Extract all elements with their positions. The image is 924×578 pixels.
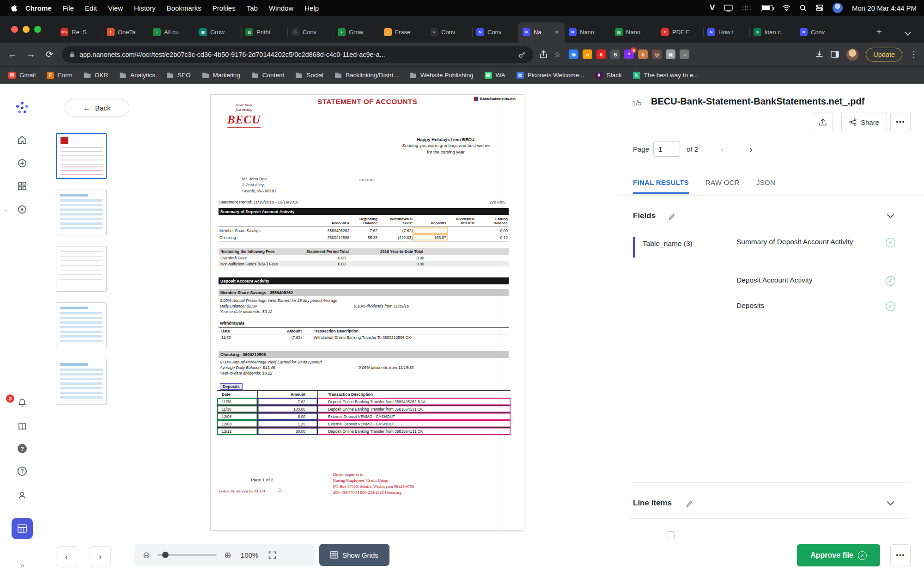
browser-tab[interactable]: + Grow × (334, 22, 380, 43)
bookmark-star-icon[interactable]: ☆ (554, 50, 560, 59)
deposit-amount[interactable]: 1.25 (258, 420, 318, 427)
deposit-amount[interactable]: 8.00 (258, 413, 318, 420)
password-key-icon[interactable] (518, 51, 526, 58)
menubar-item[interactable]: Edit (79, 4, 103, 12)
bookmark-item[interactable]: Analytics (119, 72, 155, 79)
verified-check-icon[interactable]: ✓ (886, 301, 895, 311)
user-avatar[interactable] (833, 3, 843, 13)
page-thumbnail[interactable] (56, 302, 107, 348)
page-thumbnail[interactable] (56, 359, 107, 405)
help-filled-icon[interactable]: ? (0, 444, 44, 453)
zoom-in-icon[interactable]: ⊕ (224, 550, 231, 560)
next-page-button[interactable]: › (90, 546, 111, 567)
page-next-icon[interactable]: › (749, 144, 753, 154)
extension-icon[interactable]: S (610, 49, 620, 59)
browser-tab[interactable]: N Conv × (796, 22, 842, 43)
deposit-date[interactable]: 12/12 (217, 428, 258, 435)
screen-mirroring-icon[interactable] (724, 5, 733, 12)
browser-tab[interactable]: 30+ Re: S × (56, 22, 103, 43)
tab-search-chevron-icon[interactable] (905, 29, 911, 36)
tab-close-icon[interactable]: × (553, 29, 560, 36)
extension-icon[interactable]: K (596, 49, 606, 59)
deposits-cell-highlighted[interactable]: 166.87 (413, 234, 448, 240)
menubar-item[interactable]: File (57, 4, 79, 12)
bookmark-item[interactable]: Website Publishing (409, 72, 474, 79)
back-button[interactable]: ← Back (65, 99, 129, 117)
deposit-amount[interactable]: 50.00 (258, 428, 318, 435)
page-thumbnail[interactable] (56, 190, 107, 235)
page-thumbnail[interactable] (56, 133, 107, 179)
profile-avatar[interactable] (846, 49, 858, 61)
results-tab[interactable]: JSON (756, 178, 775, 194)
file-more-options-button[interactable]: ••• (890, 112, 911, 132)
edit-line-items-pencil-icon[interactable] (686, 500, 693, 510)
page-number-input[interactable] (653, 141, 680, 157)
browser-tab[interactable]: $ loan c × (749, 22, 796, 43)
help-outline-icon[interactable]: ? (0, 467, 44, 476)
menubar-app-name[interactable]: Chrome (20, 4, 57, 12)
prev-page-button[interactable]: ‹ (56, 546, 77, 567)
bookmark-item[interactable]: M Gmail (8, 72, 36, 79)
deposit-row-annotated[interactable]: 12/08 1.25 External Deposit VENMO - CASH… (217, 420, 511, 428)
bookmark-item[interactable]: Backlinking/Distri... (334, 72, 398, 79)
bookmark-item[interactable]: k The best way to e... (633, 72, 699, 79)
browser-tab[interactable]: ▤ Nano × (611, 22, 657, 43)
fields-collapse-chevron-icon[interactable] (887, 211, 894, 219)
home-icon[interactable] (0, 135, 44, 145)
menubar-clock[interactable]: Mon 20 Mar 4:44 PM (852, 4, 917, 12)
extension-icon[interactable]: ◎ (652, 49, 662, 59)
extension-icon[interactable]: ▣ (666, 49, 675, 59)
menubar-item[interactable]: Window (263, 4, 299, 12)
new-upload-icon[interactable] (0, 158, 44, 168)
new-tab-button[interactable]: + (873, 26, 885, 38)
menubar-item[interactable]: Bookmarks (161, 4, 207, 12)
collapse-rail-icon[interactable]: » (0, 561, 44, 570)
menubar-item[interactable]: View (103, 4, 128, 12)
menubar-item[interactable]: Profiles (207, 4, 241, 12)
account-person-icon[interactable] (0, 490, 44, 500)
apple-menu-icon[interactable] (7, 4, 20, 12)
deposit-date[interactable]: 11/30 (217, 406, 258, 412)
address-bar[interactable]: app.nanonets.com/#/ocr/test/e2b07c3c-cd3… (62, 46, 533, 63)
edit-fields-pencil-icon[interactable] (668, 213, 675, 222)
stage-manager-icon[interactable]: ∷∷ (742, 5, 752, 12)
minimize-window-button[interactable] (23, 26, 30, 33)
field-group-name[interactable]: Table_name (3) (643, 240, 693, 248)
control-center-icon[interactable] (816, 5, 823, 11)
deposit-date[interactable]: 12/08 (217, 413, 258, 420)
results-tab[interactable]: RAW OCR (705, 178, 740, 194)
bookmark-item[interactable]: OKR (84, 72, 108, 79)
bookmark-item[interactable]: # Slack (596, 72, 622, 79)
docs-book-icon[interactable] (0, 421, 44, 431)
browser-tab[interactable]: P PDF E × (657, 22, 703, 43)
bookmark-item[interactable]: ▦ Piconets Welcome... (517, 72, 584, 79)
extension-icon[interactable]: * 6 (624, 49, 634, 59)
explore-compass-icon[interactable] (0, 204, 44, 215)
zoom-slider[interactable] (158, 554, 217, 556)
field-value-row[interactable]: Summary of Deposit Account Activity ✓ (736, 237, 895, 247)
deposit-row-annotated[interactable]: 11/30 100.00 Deposit Online Banking Tran… (217, 406, 511, 413)
browser-tab[interactable]: ○ Conv × (287, 22, 334, 43)
active-table-view-button[interactable] (12, 518, 33, 539)
battery-icon[interactable] (761, 5, 773, 11)
bookmark-item[interactable]: ☎ WA (485, 72, 505, 79)
page-prev-icon[interactable]: ‹ (721, 144, 724, 154)
browser-tab[interactable]: N Conv × (472, 22, 518, 43)
browser-tab[interactable]: N Nano × (565, 22, 611, 43)
side-panel-icon[interactable] (831, 51, 839, 58)
padlock-icon[interactable] (69, 51, 75, 58)
deposit-row-annotated[interactable]: 12/08 8.00 External Deposit VENMO - CASH… (217, 413, 511, 420)
menubar-item[interactable]: History (128, 4, 161, 12)
approve-more-options-button[interactable]: ••• (890, 544, 911, 566)
extension-icon[interactable]: ◉ (569, 49, 578, 59)
downloads-icon[interactable] (815, 50, 823, 58)
notifications-bell-icon[interactable] (0, 398, 44, 408)
deposit-row-annotated[interactable]: 12/12 50.00 Deposit Online Banking Trans… (217, 428, 511, 435)
reload-icon[interactable]: ⟳ (43, 49, 55, 60)
show-grids-button[interactable]: Show Grids (319, 544, 389, 566)
browser-tab[interactable]: ≡ Frase × (380, 22, 426, 43)
page-thumbnail[interactable] (56, 246, 107, 292)
zoom-slider-knob[interactable] (162, 552, 169, 558)
deposit-amount[interactable]: 7.62 (258, 398, 318, 405)
fullscreen-icon[interactable] (268, 551, 276, 559)
